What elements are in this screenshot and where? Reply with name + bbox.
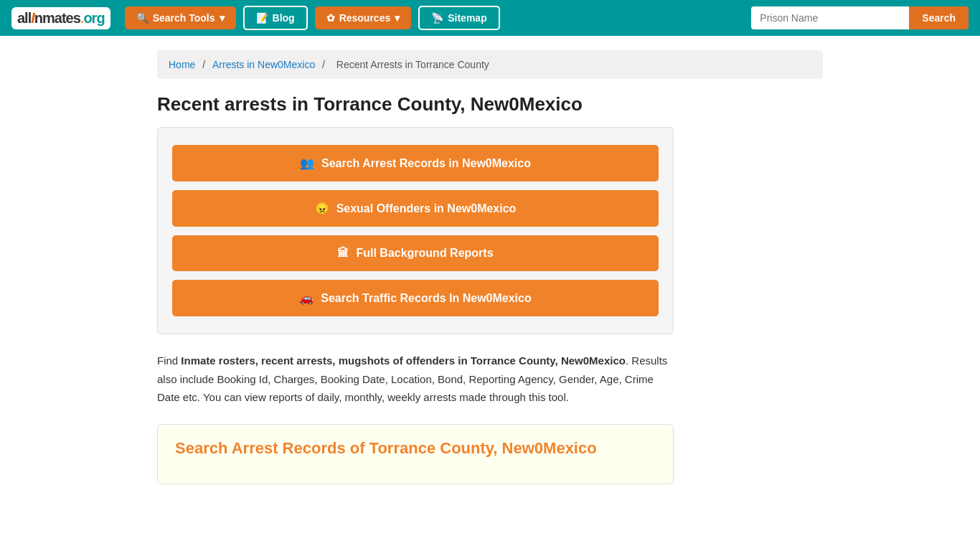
logo-org: org [83, 10, 104, 26]
blog-button[interactable]: 📝 Blog [243, 6, 308, 30]
breadcrumb-arrests[interactable]: Arrests in New0Mexico [212, 59, 315, 70]
breadcrumb-sep-1: / [202, 59, 208, 70]
sexual-offenders-button[interactable]: 😠 Sexual Offenders in New0Mexico [172, 190, 659, 227]
traffic-records-icon: 🚗 [299, 291, 314, 305]
logo-nmates: nmates [34, 10, 80, 26]
chevron-down-icon: ▾ [220, 12, 225, 24]
breadcrumb-home[interactable]: Home [169, 59, 195, 70]
search-tools-button[interactable]: 🔍 Search Tools ▾ [125, 6, 236, 29]
resources-label: Resources [339, 12, 391, 24]
breadcrumb-sep-2: / [322, 59, 328, 70]
traffic-records-label: Search Traffic Records In New0Mexico [321, 292, 531, 305]
sitemap-button[interactable]: 📡 Sitemap [418, 6, 499, 30]
background-reports-label: Full Background Reports [356, 247, 493, 260]
description-bold: Inmate rosters, recent arrests, mugshots… [181, 354, 626, 367]
search-submit-label: Search [922, 12, 956, 24]
traffic-records-button[interactable]: 🚗 Search Traffic Records In New0Mexico [172, 280, 659, 316]
logo-text: all [17, 10, 31, 26]
blog-label: Blog [273, 12, 295, 24]
prison-search-button[interactable]: Search [909, 6, 969, 29]
navbar: allInmates.org 🔍 Search Tools ▾ 📝 Blog ✿… [0, 0, 980, 36]
resources-button[interactable]: ✿ Resources ▾ [315, 6, 412, 29]
page-title: Recent arrests in Torrance County, New0M… [157, 93, 823, 116]
resources-icon: ✿ [326, 12, 335, 24]
sitemap-label: Sitemap [448, 12, 486, 24]
description: Find Inmate rosters, recent arrests, mug… [157, 352, 674, 407]
arrest-records-label: Search Arrest Records in New0Mexico [321, 157, 531, 170]
blog-icon: 📝 [256, 12, 268, 24]
sitemap-icon: 📡 [431, 12, 443, 24]
search-icon: 🔍 [136, 12, 149, 24]
search-section: Search Arrest Records of Torrance County… [157, 424, 674, 484]
breadcrumb-current: Recent Arrests in Torrance County [336, 59, 489, 70]
background-reports-button[interactable]: 🏛 Full Background Reports [172, 235, 659, 271]
action-card: 👥 Search Arrest Records in New0Mexico 😠 … [157, 127, 674, 334]
chevron-down-icon-resources: ▾ [395, 12, 400, 24]
prison-search-group: Search [751, 6, 969, 29]
sexual-offenders-label: Sexual Offenders in New0Mexico [336, 202, 517, 215]
prison-name-input[interactable] [751, 6, 909, 29]
arrest-records-button[interactable]: 👥 Search Arrest Records in New0Mexico [172, 145, 659, 182]
background-reports-icon: 🏛 [337, 247, 349, 260]
search-section-title: Search Arrest Records of Torrance County… [175, 439, 656, 458]
main-container: Home / Arrests in New0Mexico / Recent Ar… [146, 36, 834, 499]
breadcrumb: Home / Arrests in New0Mexico / Recent Ar… [157, 50, 823, 79]
arrest-records-icon: 👥 [300, 156, 314, 170]
site-logo[interactable]: allInmates.org [11, 7, 110, 29]
description-intro: Find [157, 354, 181, 367]
sexual-offenders-icon: 😠 [315, 202, 329, 215]
search-tools-label: Search Tools [153, 12, 215, 24]
